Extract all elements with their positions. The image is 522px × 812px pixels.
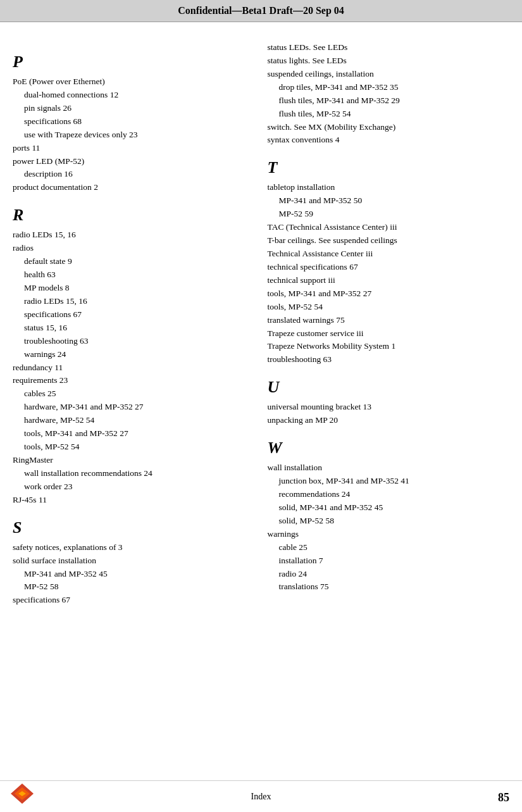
section-block: Ttabletop installationMP-341 and MP-352 …: [268, 158, 510, 366]
index-entry: translated warnings 75: [268, 314, 510, 327]
index-entry: troubleshooting 63: [268, 353, 510, 366]
index-entry: dual-homed connections 12: [24, 89, 255, 102]
index-entry: RJ-45s 11: [13, 494, 255, 507]
index-entry: product documentation 2: [13, 181, 255, 194]
section-block: PPoE (Power over Ethernet)dual-homed con…: [13, 53, 255, 194]
index-entry: flush tiles, MP-52 54: [279, 108, 510, 121]
index-entry: specifications 68: [24, 115, 255, 128]
index-entry: Trapeze Networks Mobility System 1: [268, 340, 510, 353]
index-entry: ports 11: [13, 142, 255, 155]
index-entry: description 16: [24, 168, 255, 181]
index-entry: hardware, MP-52 54: [24, 414, 255, 427]
section-block: Ssafety notices, explanations of 3solid …: [13, 518, 255, 608]
index-entry: troubleshooting 63: [24, 335, 255, 348]
index-entry: status 15, 16: [24, 322, 255, 335]
index-entry: unpacking an MP 20: [268, 414, 510, 427]
index-entry: work order 23: [24, 480, 255, 494]
index-entry: technical specifications 67: [268, 261, 510, 274]
index-entry: radios: [13, 242, 255, 255]
section-letter: W: [268, 439, 510, 458]
footer-label: Index: [251, 792, 271, 802]
index-entry: syntax conventions 4: [268, 134, 510, 147]
section-letter: R: [13, 206, 255, 225]
index-entry: T-bar ceilings. See suspended ceilings: [268, 234, 510, 247]
index-entry: solid, MP-52 58: [279, 515, 510, 528]
index-entry: requirements 23: [13, 374, 255, 387]
left-column: PPoE (Power over Ethernet)dual-homed con…: [13, 41, 255, 611]
index-entry: cable 25: [279, 541, 510, 554]
index-entry: use with Trapeze devices only 23: [24, 128, 255, 142]
index-entry: MP-341 and MP-352 50: [279, 194, 510, 208]
index-entry: Technical Assistance Center iii: [268, 247, 510, 261]
content-area: PPoE (Power over Ethernet)dual-homed con…: [0, 22, 522, 649]
index-entry: Trapeze customer service iii: [268, 327, 510, 340]
footer-page-number: 85: [498, 791, 509, 804]
index-entry: junction box, MP-341 and MP-352 41: [279, 475, 510, 488]
index-entry: recommendations 24: [279, 488, 510, 501]
index-entry: MP-52 59: [279, 208, 510, 221]
index-entry: MP models 8: [24, 282, 255, 295]
index-entry: status lights. See LEDs: [268, 54, 510, 68]
index-entry: tabletop installation: [268, 181, 510, 194]
index-entry: status LEDs. See LEDs: [268, 41, 510, 54]
header-bar: Confidential—Beta1 Draft—20 Sep 04: [0, 0, 522, 22]
logo: [9, 782, 35, 807]
index-entry: safety notices, explanations of 3: [13, 541, 255, 554]
index-entry: radio LEDs 15, 16: [24, 295, 255, 308]
index-entry: switch. See MX (Mobility Exchange): [268, 121, 510, 134]
index-entry: radio LEDs 15, 16: [13, 228, 255, 242]
section-letter: S: [13, 518, 255, 537]
section-block: status LEDs. See LEDsstatus lights. See …: [268, 41, 510, 147]
index-entry: tools, MP-52 54: [24, 440, 255, 454]
index-entry: solid, MP-341 and MP-352 45: [279, 501, 510, 515]
index-entry: warnings 24: [24, 348, 255, 361]
section-block: Wwall installationjunction box, MP-341 a…: [268, 439, 510, 594]
index-entry: warnings: [268, 528, 510, 541]
index-entry: technical support iii: [268, 274, 510, 287]
index-entry: specifications 67: [13, 594, 255, 607]
index-entry: specifications 67: [24, 308, 255, 322]
index-entry: cables 25: [24, 387, 255, 401]
index-entry: RingMaster: [13, 454, 255, 467]
index-entry: tools, MP-52 54: [268, 301, 510, 314]
index-entry: installation 7: [279, 554, 510, 568]
index-entry: wall installation recommendations 24: [24, 467, 255, 480]
index-entry: tools, MP-341 and MP-352 27: [268, 287, 510, 301]
index-entry: hardware, MP-341 and MP-352 27: [24, 401, 255, 414]
index-entry: default state 9: [24, 255, 255, 268]
index-entry: pin signals 26: [24, 102, 255, 115]
index-entry: drop tiles, MP-341 and MP-352 35: [279, 81, 510, 94]
section-letter: T: [268, 158, 510, 177]
index-entry: universal mounting bracket 13: [268, 401, 510, 414]
index-entry: translations 75: [279, 580, 510, 594]
index-entry: health 63: [24, 268, 255, 282]
index-entry: wall installation: [268, 461, 510, 475]
section-block: Rradio LEDs 15, 16radiosdefault state 9h…: [13, 206, 255, 506]
section-letter: U: [268, 378, 510, 397]
index-entry: PoE (Power over Ethernet): [13, 75, 255, 89]
footer: Index 85: [0, 780, 522, 812]
index-entry: power LED (MP-52): [13, 155, 255, 168]
index-entry: redundancy 11: [13, 361, 255, 375]
index-entry: radio 24: [279, 568, 510, 581]
index-entry: TAC (Technical Assistance Center) iii: [268, 221, 510, 234]
index-entry: suspended ceilings, installation: [268, 68, 510, 81]
right-column: status LEDs. See LEDsstatus lights. See …: [268, 41, 510, 611]
index-entry: solid surface installation: [13, 554, 255, 568]
section-letter: P: [13, 53, 255, 72]
index-entry: MP-52 58: [24, 580, 255, 594]
index-entry: tools, MP-341 and MP-352 27: [24, 427, 255, 440]
index-entry: MP-341 and MP-352 45: [24, 568, 255, 581]
index-entry: flush tiles, MP-341 and MP-352 29: [279, 94, 510, 108]
section-block: Uuniversal mounting bracket 13unpacking …: [268, 378, 510, 427]
